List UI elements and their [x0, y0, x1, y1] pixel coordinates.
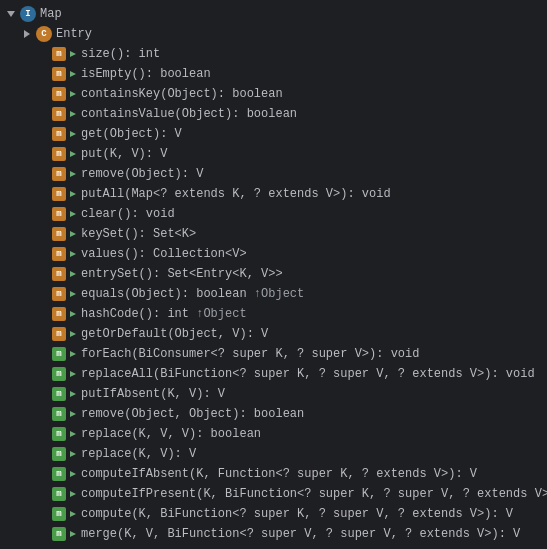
method-row[interactable]: mreplace(K, V): V [0, 444, 547, 464]
method-label: getOrDefault(Object, V): V [81, 327, 268, 341]
svg-marker-1 [70, 71, 76, 77]
visibility-badge [68, 49, 78, 59]
method-row[interactable]: misEmpty(): boolean [0, 64, 547, 84]
visibility-badge [68, 389, 78, 399]
method-row[interactable]: mmerge(K, V, BiFunction<? super V, ? sup… [0, 524, 547, 544]
visibility-badge [68, 89, 78, 99]
entry-class-icon: C [36, 26, 52, 42]
method-icon: m [52, 287, 66, 301]
entry-chevron-icon [20, 27, 34, 41]
method-row[interactable]: mcomputeIfPresent(K, BiFunction<? super … [0, 484, 547, 504]
method-icon: m [52, 347, 66, 361]
entry-node[interactable]: C Entry [0, 24, 547, 44]
method-row[interactable]: mgetOrDefault(Object, V): V [0, 324, 547, 344]
method-row[interactable]: mput(K, V): V [0, 144, 547, 164]
method-icon: m [52, 227, 66, 241]
method-row[interactable]: msize(): int [0, 44, 547, 64]
method-icon: m [52, 427, 66, 441]
method-row[interactable]: mputIfAbsent(K, V): V [0, 384, 547, 404]
visibility-badge [68, 449, 78, 459]
method-icon: m [52, 147, 66, 161]
method-row[interactable]: mcontainsKey(Object): boolean [0, 84, 547, 104]
svg-marker-2 [70, 91, 76, 97]
svg-marker-5 [70, 151, 76, 157]
visibility-badge [68, 69, 78, 79]
method-label: hashCode(): int ↑Object [81, 307, 247, 321]
method-icon: m [52, 107, 66, 121]
method-icon: m [52, 207, 66, 221]
method-row[interactable]: mclear(): void [0, 204, 547, 224]
entry-label: Entry [56, 27, 92, 41]
method-row[interactable]: mget(Object): V [0, 124, 547, 144]
svg-marker-20 [70, 451, 76, 457]
svg-marker-12 [70, 291, 76, 297]
visibility-badge [68, 229, 78, 239]
svg-marker-21 [70, 471, 76, 477]
method-label: entrySet(): Set<Entry<K, V>> [81, 267, 283, 281]
visibility-badge [68, 329, 78, 339]
method-label: merge(K, V, BiFunction<? super V, ? supe… [81, 527, 520, 541]
map-chevron-icon [4, 7, 18, 21]
method-label: computeIfPresent(K, BiFunction<? super K… [81, 487, 547, 501]
svg-marker-24 [70, 531, 76, 537]
method-row[interactable]: mhashCode(): int ↑Object [0, 304, 547, 324]
method-row[interactable]: mequals(Object): boolean ↑Object [0, 284, 547, 304]
svg-marker-0 [70, 51, 76, 57]
method-icon: m [52, 367, 66, 381]
method-label: remove(Object, Object): boolean [81, 407, 304, 421]
map-node[interactable]: I Map [0, 4, 547, 24]
method-icon: m [52, 87, 66, 101]
method-label: clear(): void [81, 207, 175, 221]
method-icon: m [52, 327, 66, 341]
svg-marker-8 [70, 211, 76, 217]
svg-marker-7 [70, 191, 76, 197]
method-label: size(): int [81, 47, 160, 61]
method-icon: m [52, 527, 66, 541]
method-icon: m [52, 387, 66, 401]
method-row[interactable]: mkeySet(): Set<K> [0, 224, 547, 244]
method-label: forEach(BiConsumer<? super K, ? super V>… [81, 347, 419, 361]
method-label: containsValue(Object): boolean [81, 107, 297, 121]
visibility-badge [68, 209, 78, 219]
method-row[interactable]: mvalues(): Collection<V> [0, 244, 547, 264]
method-row[interactable]: mcontainsValue(Object): boolean [0, 104, 547, 124]
svg-marker-17 [70, 391, 76, 397]
method-row[interactable]: mremove(Object): V [0, 164, 547, 184]
svg-marker-13 [70, 311, 76, 317]
visibility-badge [68, 289, 78, 299]
visibility-badge [68, 189, 78, 199]
method-label: compute(K, BiFunction<? super K, ? super… [81, 507, 513, 521]
method-row[interactable]: mremove(Object, Object): boolean [0, 404, 547, 424]
visibility-badge [68, 429, 78, 439]
method-icon: m [52, 487, 66, 501]
method-icon: m [52, 127, 66, 141]
method-icon: m [52, 467, 66, 481]
method-row[interactable]: mforEach(BiConsumer<? super K, ? super V… [0, 344, 547, 364]
method-row[interactable]: mreplace(K, V, V): boolean [0, 424, 547, 444]
method-label: equals(Object): boolean ↑Object [81, 287, 304, 301]
method-label: containsKey(Object): boolean [81, 87, 283, 101]
visibility-badge [68, 349, 78, 359]
method-icon: m [52, 247, 66, 261]
method-row[interactable]: mentrySet(): Set<Entry<K, V>> [0, 264, 547, 284]
visibility-badge [68, 409, 78, 419]
method-row[interactable]: mreplaceAll(BiFunction<? super K, ? supe… [0, 364, 547, 384]
method-icon: m [52, 447, 66, 461]
visibility-badge [68, 469, 78, 479]
method-label: computeIfAbsent(K, Function<? super K, ?… [81, 467, 477, 481]
svg-marker-10 [70, 251, 76, 257]
svg-marker-16 [70, 371, 76, 377]
methods-list: msize(): intmisEmpty(): booleanmcontains… [0, 44, 547, 544]
method-label: isEmpty(): boolean [81, 67, 211, 81]
method-row[interactable]: mcompute(K, BiFunction<? super K, ? supe… [0, 504, 547, 524]
method-icon: m [52, 507, 66, 521]
tree-container: I Map C Entry msize(): intmisEmpty(): bo… [0, 0, 547, 548]
method-icon: m [52, 307, 66, 321]
visibility-badge [68, 489, 78, 499]
svg-marker-18 [70, 411, 76, 417]
svg-marker-23 [70, 511, 76, 517]
method-icon: m [52, 407, 66, 421]
method-row[interactable]: mcomputeIfAbsent(K, Function<? super K, … [0, 464, 547, 484]
method-row[interactable]: mputAll(Map<? extends K, ? extends V>): … [0, 184, 547, 204]
visibility-badge [68, 249, 78, 259]
